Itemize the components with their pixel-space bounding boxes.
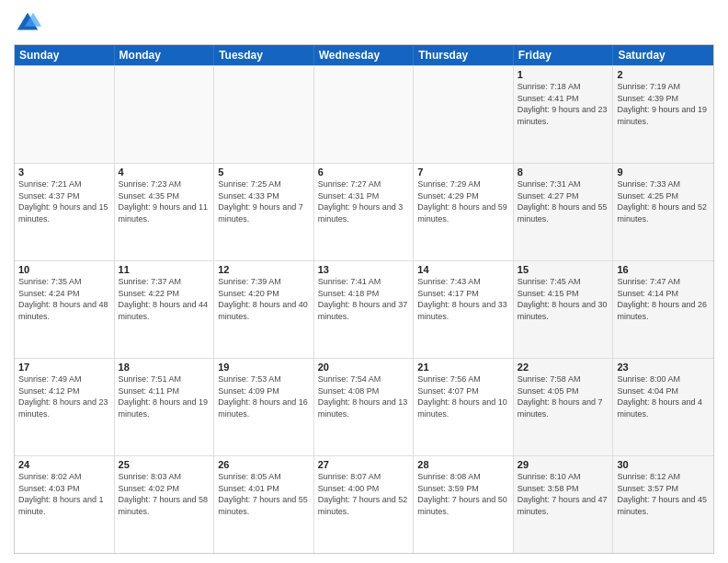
day-info: Sunrise: 8:02 AMSunset: 4:03 PMDaylight:… (18, 471, 110, 517)
day-info: Sunrise: 8:10 AMSunset: 3:58 PMDaylight:… (518, 471, 609, 517)
day-number: 16 (617, 264, 710, 275)
day-number: 8 (518, 167, 609, 178)
day-number: 4 (119, 167, 210, 178)
weekday-header: Tuesday (214, 45, 314, 65)
calendar-cell: 5Sunrise: 7:25 AMSunset: 4:33 PMDaylight… (214, 164, 314, 260)
logo-icon (14, 9, 41, 37)
weekday-header: Saturday (613, 45, 713, 65)
weekday-header: Friday (514, 45, 614, 65)
day-info: Sunrise: 7:19 AMSunset: 4:39 PMDaylight:… (617, 81, 710, 127)
calendar-cell (15, 66, 115, 163)
day-info: Sunrise: 7:23 AMSunset: 4:35 PMDaylight:… (119, 178, 210, 224)
day-info: Sunrise: 7:21 AMSunset: 4:37 PMDaylight:… (18, 178, 110, 224)
day-number: 18 (119, 362, 210, 373)
calendar-cell: 28Sunrise: 8:08 AMSunset: 3:59 PMDayligh… (414, 456, 514, 553)
calendar-cell: 18Sunrise: 7:51 AMSunset: 4:11 PMDayligh… (115, 359, 215, 455)
calendar-cell: 25Sunrise: 8:03 AMSunset: 4:02 PMDayligh… (115, 456, 215, 553)
calendar-cell: 22Sunrise: 7:58 AMSunset: 4:05 PMDayligh… (514, 359, 614, 455)
calendar-cell: 30Sunrise: 8:12 AMSunset: 3:57 PMDayligh… (613, 456, 713, 553)
day-number: 6 (318, 167, 410, 178)
calendar-row: 1Sunrise: 7:18 AMSunset: 4:41 PMDaylight… (15, 65, 713, 163)
day-number: 26 (218, 459, 310, 470)
day-info: Sunrise: 7:35 AMSunset: 4:24 PMDaylight:… (18, 276, 110, 322)
day-number: 22 (518, 362, 609, 373)
day-number: 28 (417, 459, 509, 470)
calendar-cell: 6Sunrise: 7:27 AMSunset: 4:31 PMDaylight… (314, 164, 415, 260)
day-info: Sunrise: 8:00 AMSunset: 4:04 PMDaylight:… (617, 373, 710, 419)
day-info: Sunrise: 7:25 AMSunset: 4:33 PMDaylight:… (218, 178, 310, 224)
header (14, 9, 714, 37)
day-info: Sunrise: 8:12 AMSunset: 3:57 PMDaylight:… (617, 471, 710, 517)
day-info: Sunrise: 7:29 AMSunset: 4:29 PMDaylight:… (417, 178, 509, 224)
calendar-cell: 24Sunrise: 8:02 AMSunset: 4:03 PMDayligh… (15, 456, 115, 553)
calendar-cell: 26Sunrise: 8:05 AMSunset: 4:01 PMDayligh… (214, 456, 314, 553)
weekday-header: Monday (115, 45, 215, 65)
day-number: 10 (18, 264, 110, 275)
day-info: Sunrise: 7:27 AMSunset: 4:31 PMDaylight:… (318, 178, 410, 224)
day-number: 15 (518, 264, 609, 275)
day-number: 24 (18, 459, 110, 470)
calendar: SundayMondayTuesdayWednesdayThursdayFrid… (14, 44, 714, 554)
calendar-cell: 23Sunrise: 8:00 AMSunset: 4:04 PMDayligh… (613, 359, 713, 455)
day-info: Sunrise: 7:33 AMSunset: 4:25 PMDaylight:… (617, 178, 710, 224)
calendar-cell: 2Sunrise: 7:19 AMSunset: 4:39 PMDaylight… (613, 66, 713, 163)
calendar-cell: 10Sunrise: 7:35 AMSunset: 4:24 PMDayligh… (15, 261, 115, 358)
weekday-header: Thursday (414, 45, 514, 65)
calendar-row: 10Sunrise: 7:35 AMSunset: 4:24 PMDayligh… (15, 260, 713, 358)
day-info: Sunrise: 7:31 AMSunset: 4:27 PMDaylight:… (518, 178, 609, 224)
day-info: Sunrise: 7:43 AMSunset: 4:17 PMDaylight:… (417, 276, 509, 322)
day-info: Sunrise: 7:47 AMSunset: 4:14 PMDaylight:… (617, 276, 710, 322)
calendar-cell: 11Sunrise: 7:37 AMSunset: 4:22 PMDayligh… (115, 261, 215, 358)
calendar-cell: 17Sunrise: 7:49 AMSunset: 4:12 PMDayligh… (15, 359, 115, 455)
day-number: 5 (218, 167, 310, 178)
day-info: Sunrise: 8:07 AMSunset: 4:00 PMDaylight:… (318, 471, 410, 517)
day-info: Sunrise: 7:51 AMSunset: 4:11 PMDaylight:… (119, 373, 210, 419)
day-number: 9 (617, 167, 710, 178)
day-number: 17 (18, 362, 110, 373)
day-info: Sunrise: 7:37 AMSunset: 4:22 PMDaylight:… (119, 276, 210, 322)
day-info: Sunrise: 8:08 AMSunset: 3:59 PMDaylight:… (417, 471, 509, 517)
day-number: 2 (617, 69, 710, 80)
day-number: 27 (318, 459, 410, 470)
calendar-cell (314, 66, 415, 163)
calendar-cell: 3Sunrise: 7:21 AMSunset: 4:37 PMDaylight… (15, 164, 115, 260)
calendar-cell: 12Sunrise: 7:39 AMSunset: 4:20 PMDayligh… (214, 261, 314, 358)
calendar-cell: 14Sunrise: 7:43 AMSunset: 4:17 PMDayligh… (414, 261, 514, 358)
day-info: Sunrise: 7:41 AMSunset: 4:18 PMDaylight:… (318, 276, 410, 322)
calendar-cell: 29Sunrise: 8:10 AMSunset: 3:58 PMDayligh… (514, 456, 614, 553)
calendar-cell: 1Sunrise: 7:18 AMSunset: 4:41 PMDaylight… (514, 66, 614, 163)
day-info: Sunrise: 7:39 AMSunset: 4:20 PMDaylight:… (218, 276, 310, 322)
day-number: 25 (119, 459, 210, 470)
day-number: 14 (417, 264, 509, 275)
calendar-cell (115, 66, 215, 163)
calendar-cell: 16Sunrise: 7:47 AMSunset: 4:14 PMDayligh… (613, 261, 713, 358)
day-info: Sunrise: 7:49 AMSunset: 4:12 PMDaylight:… (18, 373, 110, 419)
calendar-cell (214, 66, 314, 163)
calendar-row: 3Sunrise: 7:21 AMSunset: 4:37 PMDaylight… (15, 163, 713, 260)
calendar-cell: 20Sunrise: 7:54 AMSunset: 4:08 PMDayligh… (314, 359, 415, 455)
day-number: 13 (318, 264, 410, 275)
day-number: 7 (417, 167, 509, 178)
day-number: 23 (617, 362, 710, 373)
calendar-cell: 13Sunrise: 7:41 AMSunset: 4:18 PMDayligh… (314, 261, 415, 358)
calendar-cell: 9Sunrise: 7:33 AMSunset: 4:25 PMDaylight… (613, 164, 713, 260)
calendar-cell: 4Sunrise: 7:23 AMSunset: 4:35 PMDaylight… (115, 164, 215, 260)
calendar-cell: 15Sunrise: 7:45 AMSunset: 4:15 PMDayligh… (514, 261, 614, 358)
logo (14, 9, 45, 37)
day-number: 19 (218, 362, 310, 373)
calendar-cell: 8Sunrise: 7:31 AMSunset: 4:27 PMDaylight… (514, 164, 614, 260)
day-info: Sunrise: 7:56 AMSunset: 4:07 PMDaylight:… (417, 373, 509, 419)
calendar-row: 24Sunrise: 8:02 AMSunset: 4:03 PMDayligh… (15, 455, 713, 553)
day-info: Sunrise: 7:18 AMSunset: 4:41 PMDaylight:… (518, 81, 609, 127)
day-number: 30 (617, 459, 710, 470)
calendar-cell: 27Sunrise: 8:07 AMSunset: 4:00 PMDayligh… (314, 456, 415, 553)
day-number: 21 (417, 362, 509, 373)
calendar-row: 17Sunrise: 7:49 AMSunset: 4:12 PMDayligh… (15, 358, 713, 455)
weekday-header: Sunday (15, 45, 115, 65)
day-info: Sunrise: 7:58 AMSunset: 4:05 PMDaylight:… (518, 373, 609, 419)
day-number: 12 (218, 264, 310, 275)
calendar-cell: 21Sunrise: 7:56 AMSunset: 4:07 PMDayligh… (414, 359, 514, 455)
day-info: Sunrise: 7:54 AMSunset: 4:08 PMDaylight:… (318, 373, 410, 419)
calendar-cell: 7Sunrise: 7:29 AMSunset: 4:29 PMDaylight… (414, 164, 514, 260)
calendar-cell: 19Sunrise: 7:53 AMSunset: 4:09 PMDayligh… (214, 359, 314, 455)
